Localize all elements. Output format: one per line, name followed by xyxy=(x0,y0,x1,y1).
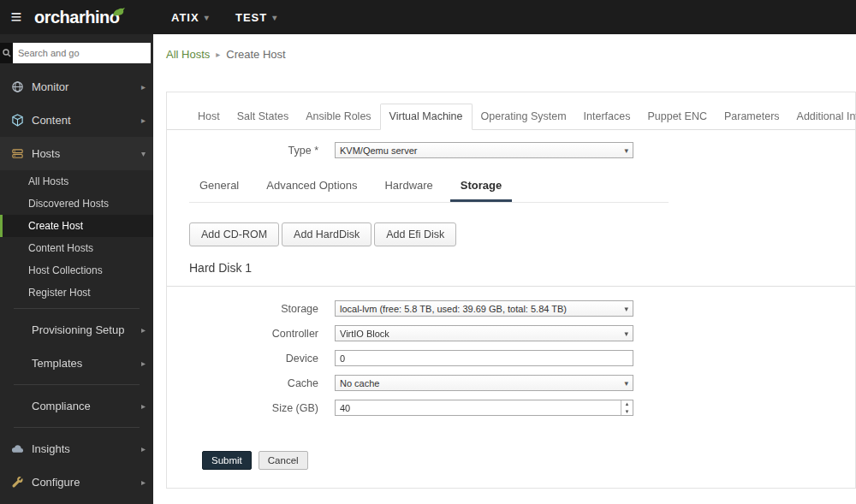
chevron-expanded-icon: ▾ xyxy=(141,149,146,158)
sidebar-subitem-content-hosts[interactable]: Content Hosts xyxy=(0,237,153,259)
sidebar-item-hosts[interactable]: Hosts ▾ xyxy=(0,137,153,170)
org-menu-label: ATIX xyxy=(171,11,199,24)
breadcrumb-all-hosts-link[interactable]: All Hosts xyxy=(166,48,210,61)
search-input[interactable] xyxy=(13,43,151,63)
sidebar-item-label: Compliance xyxy=(32,400,91,412)
subitem-label: Register Host xyxy=(28,287,91,299)
sidebar-item-provisioning-setup[interactable]: Provisioning Setup ▸ xyxy=(0,313,153,347)
tab-interfaces[interactable]: Interfaces xyxy=(575,104,639,129)
number-spinner[interactable]: ▲ ▼ xyxy=(621,400,633,415)
storage-field-row: Storage local-lvm (free: 5.8 TB, used: 3… xyxy=(167,300,855,317)
cache-label: Cache xyxy=(167,377,335,389)
sidebar-item-configure[interactable]: Configure ▸ xyxy=(0,465,153,499)
chevron-down-icon: ▾ xyxy=(624,146,628,155)
sidebar-item-compliance[interactable]: Compliance ▸ xyxy=(0,389,153,423)
tab-host[interactable]: Host xyxy=(189,104,229,129)
tab-ansible-roles[interactable]: Ansible Roles xyxy=(297,104,379,129)
subtab-hardware[interactable]: Hardware xyxy=(374,174,443,202)
subitem-label: Discovered Hosts xyxy=(28,198,109,210)
controller-select[interactable]: VirtIO Block ▾ xyxy=(335,325,633,341)
location-menu[interactable]: TEST ▾ xyxy=(235,11,277,24)
sidebar-subitem-host-collections[interactable]: Host Collections xyxy=(0,259,153,282)
storage-label: Storage xyxy=(167,303,335,315)
spinner-up-icon[interactable]: ▲ xyxy=(621,400,633,408)
sidebar-divider xyxy=(14,384,140,385)
sidebar-item-infrastructure[interactable]: Infrastructure ▸ xyxy=(0,499,153,504)
cache-select[interactable]: No cache ▾ xyxy=(335,375,633,391)
chevron-right-icon: ▸ xyxy=(141,359,146,368)
location-menu-label: TEST xyxy=(235,11,267,24)
sidebar-item-label: Templates xyxy=(32,357,82,370)
controller-field-row: Controller VirtIO Block ▾ xyxy=(167,325,855,341)
chevron-right-icon: ▸ xyxy=(141,401,146,411)
size-input[interactable] xyxy=(336,400,633,415)
sidebar-item-monitor[interactable]: Monitor ▸ xyxy=(0,70,153,104)
app-logo[interactable]: orcharhino xyxy=(34,8,119,27)
templates-icon xyxy=(10,357,24,371)
form-footer: Submit Cancel xyxy=(202,451,855,470)
subtab-advanced-options[interactable]: Advanced Options xyxy=(256,174,367,202)
chevron-down-icon: ▾ xyxy=(272,13,277,22)
sidebar-item-templates[interactable]: Templates ▸ xyxy=(0,347,153,380)
tab-bar: Host Salt States Ansible Roles Virtual M… xyxy=(167,92,855,130)
subitem-label: Host Collections xyxy=(28,264,103,276)
chevron-right-icon: ▸ xyxy=(141,444,146,454)
storage-select[interactable]: local-lvm (free: 5.8 TB, used: 39.69 GB,… xyxy=(335,300,633,317)
breadcrumb-current: Create Host xyxy=(226,48,285,61)
org-menu[interactable]: ATIX ▾ xyxy=(171,11,210,24)
compliance-icon xyxy=(10,400,24,413)
size-label: Size (GB) xyxy=(167,402,335,414)
storage-actions: Add CD-ROM Add HardDisk Add Efi Disk xyxy=(189,222,855,246)
tab-operating-system[interactable]: Operating System xyxy=(473,104,575,129)
tab-additional-information[interactable]: Additional Information xyxy=(788,104,856,129)
hamburger-menu-icon[interactable]: ≡ xyxy=(0,0,33,34)
submit-button[interactable]: Submit xyxy=(202,451,252,470)
tab-parameters[interactable]: Parameters xyxy=(716,104,788,129)
subitem-label: All Hosts xyxy=(28,175,68,187)
sidebar-subitem-discovered-hosts[interactable]: Discovered Hosts xyxy=(0,193,153,215)
subitem-label: Content Hosts xyxy=(28,242,93,254)
add-harddisk-button[interactable]: Add HardDisk xyxy=(282,222,372,246)
cache-field-row: Cache No cache ▾ xyxy=(167,375,855,391)
cloud-icon xyxy=(10,442,24,456)
sidebar-subitem-register-host[interactable]: Register Host xyxy=(0,282,153,304)
size-field-row: Size (GB) ▲ ▼ xyxy=(167,400,855,416)
tab-salt-states[interactable]: Salt States xyxy=(229,104,297,129)
chevron-right-icon: ▸ xyxy=(141,116,146,125)
size-input-wrap: ▲ ▼ xyxy=(335,400,633,416)
type-field-row: Type * KVM/Qemu server ▾ xyxy=(167,142,855,158)
sidebar-item-label: Monitor xyxy=(32,80,68,93)
sidebar-item-content[interactable]: Content ▸ xyxy=(0,104,153,137)
device-field-row: Device xyxy=(167,350,855,366)
wrench-icon xyxy=(10,476,24,489)
type-select[interactable]: KVM/Qemu server ▾ xyxy=(335,142,633,158)
sidebar-item-label: Hosts xyxy=(32,147,60,160)
subtab-general[interactable]: General xyxy=(189,174,249,202)
sidebar-divider xyxy=(14,427,140,428)
chevron-down-icon: ▾ xyxy=(624,379,628,388)
vm-subtab-bar: General Advanced Options Hardware Storag… xyxy=(189,174,669,203)
sidebar-item-insights[interactable]: Insights ▸ xyxy=(0,432,153,465)
device-label: Device xyxy=(167,353,335,365)
storage-select-value: local-lvm (free: 5.8 TB, used: 39.69 GB,… xyxy=(340,304,567,314)
device-input[interactable] xyxy=(336,351,633,365)
chevron-right-icon: ▸ xyxy=(141,477,146,487)
controller-select-value: VirtIO Block xyxy=(340,329,389,339)
sidebar-subitem-create-host[interactable]: Create Host xyxy=(0,215,153,237)
sidebar-subitem-all-hosts[interactable]: All Hosts xyxy=(0,170,153,193)
sidebar-divider xyxy=(14,308,140,309)
subtab-storage[interactable]: Storage xyxy=(450,174,512,202)
spinner-down-icon[interactable]: ▼ xyxy=(621,408,633,416)
add-cdrom-button[interactable]: Add CD-ROM xyxy=(189,222,279,246)
tab-virtual-machine[interactable]: Virtual Machine xyxy=(380,104,473,130)
add-efi-disk-button[interactable]: Add Efi Disk xyxy=(374,222,456,246)
sidebar-search xyxy=(0,43,151,63)
cancel-button[interactable]: Cancel xyxy=(259,451,308,470)
tab-puppet-enc[interactable]: Puppet ENC xyxy=(639,104,715,129)
top-bar: ≡ orcharhino ATIX ▾ TEST ▾ xyxy=(0,0,856,34)
provisioning-icon xyxy=(10,323,24,337)
chevron-right-icon: ▸ xyxy=(141,325,146,335)
chevron-right-icon: ▸ xyxy=(141,82,146,92)
monitor-icon xyxy=(10,80,24,94)
sidebar-item-label: Provisioning Setup xyxy=(32,323,124,336)
